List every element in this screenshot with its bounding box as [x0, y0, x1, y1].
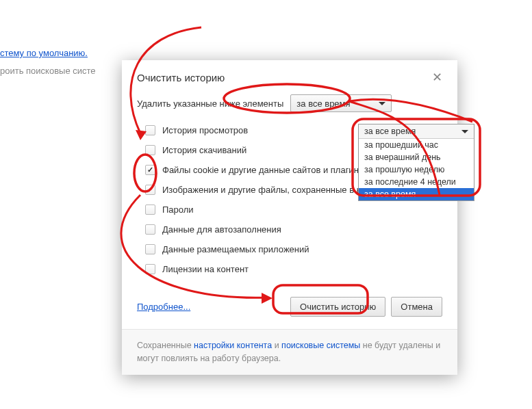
checkbox-label: Изображения и другие файлы, сохраненные … — [162, 185, 377, 195]
dropdown-option[interactable]: за вчерашний день — [359, 151, 474, 163]
checkbox[interactable] — [145, 224, 155, 235]
checkbox-label: Пароли — [162, 204, 194, 215]
more-link[interactable]: Подробнее... — [137, 302, 190, 312]
checkbox[interactable] — [145, 264, 155, 274]
dropdown-option[interactable]: за все время — [359, 188, 474, 200]
close-icon[interactable]: ✕ — [429, 70, 445, 85]
checkbox-label: История скачиваний — [162, 145, 246, 155]
dialog-header: Очистить историю ✕ — [122, 60, 457, 92]
time-range-dropdown[interactable]: за все время за прошедший часза вчерашни… — [358, 124, 474, 201]
checkbox[interactable] — [145, 244, 155, 254]
checkbox-row[interactable]: Лицензии на контент — [137, 259, 442, 279]
time-range-value: за все время — [296, 98, 350, 109]
dialog-actions: Подробнее... Очистить историю Отмена — [122, 285, 457, 329]
checkbox[interactable] — [145, 185, 155, 195]
dropdown-option[interactable]: за прошлую неделю — [359, 163, 474, 176]
checkbox-row[interactable]: Данные размещаемых приложений — [137, 239, 442, 259]
checkbox-label: История просмотров — [162, 125, 248, 135]
checkbox[interactable] — [145, 145, 155, 155]
clear-history-dialog: Очистить историю ✕ Удалить указанные ниж… — [122, 60, 457, 375]
time-range-select[interactable]: за все время — [290, 94, 392, 112]
dropdown-current[interactable]: за все время — [359, 124, 474, 139]
bg-default-link[interactable]: стему по умолчанию. — [0, 48, 88, 58]
search-engines-link[interactable]: поисковые системы — [281, 341, 360, 350]
dialog-title: Очистить историю — [137, 72, 225, 83]
checkbox-label: Файлы cookie и другие данные сайтов и пл… — [162, 165, 368, 175]
clear-history-button[interactable]: Очистить историю — [290, 297, 385, 317]
content-settings-link[interactable]: настройки контента — [194, 341, 272, 350]
checkbox-label: Данные для автозаполнения — [162, 224, 281, 235]
footer-text-1: Сохраненные — [137, 341, 194, 350]
dropdown-option[interactable]: за прошедший час — [359, 139, 474, 151]
checkbox[interactable] — [145, 204, 155, 215]
footer-text-2: и — [272, 341, 281, 350]
checkbox-row[interactable]: Пароли — [137, 200, 442, 220]
cancel-button[interactable]: Отмена — [391, 297, 442, 317]
prompt-label: Удалить указанные ниже элементы — [137, 98, 283, 109]
checkbox-row[interactable]: Данные для автозаполнения — [137, 220, 442, 239]
checkbox-label: Лицензии на контент — [162, 264, 249, 274]
chevron-down-icon — [379, 102, 385, 105]
bg-text: роить поисковые систе — [0, 66, 96, 76]
checkbox-label: Данные размещаемых приложений — [162, 244, 309, 254]
dropdown-current-label: за все время — [364, 127, 416, 136]
checkbox[interactable] — [145, 165, 155, 175]
dropdown-option[interactable]: за последние 4 недели — [359, 176, 474, 188]
chevron-down-icon — [461, 130, 468, 133]
dialog-footer: Сохраненные настройки контента и поисков… — [122, 329, 457, 375]
checkbox[interactable] — [145, 125, 155, 135]
prompt-row: Удалить указанные ниже элементы за все в… — [137, 94, 442, 112]
